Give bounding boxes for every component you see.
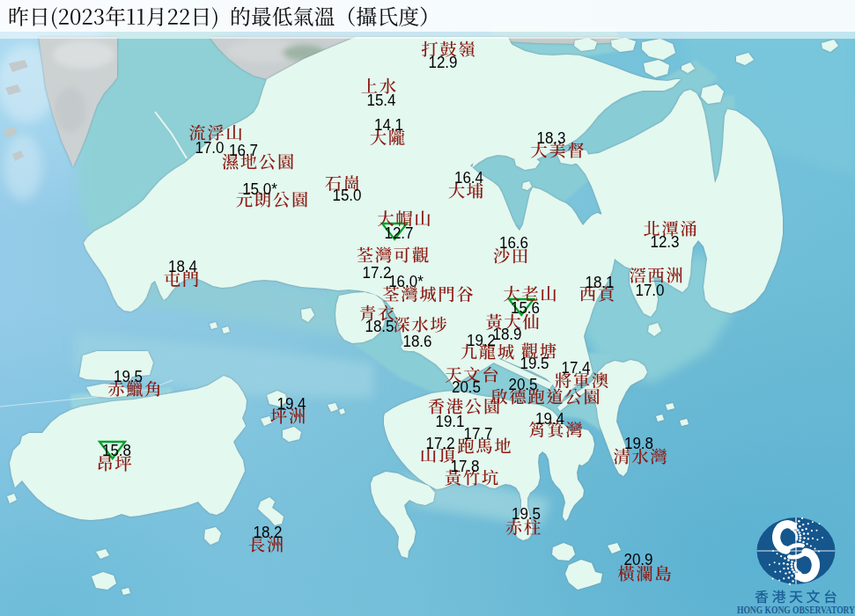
svg-text:12.9: 12.9 <box>428 53 457 71</box>
svg-text:16.4: 16.4 <box>454 168 483 187</box>
svg-text:18.4: 18.4 <box>168 257 197 275</box>
svg-text:15.8: 15.8 <box>102 441 131 459</box>
svg-text:19.5: 19.5 <box>114 367 143 385</box>
svg-text:17.7: 17.7 <box>463 424 492 443</box>
svg-text:15.4: 15.4 <box>366 91 395 109</box>
svg-text:18.3: 18.3 <box>536 128 565 147</box>
svg-text:18.9: 18.9 <box>492 325 521 343</box>
svg-text:17.2: 17.2 <box>425 434 454 452</box>
svg-text:20.5: 20.5 <box>452 378 481 396</box>
svg-text:HONG KONG OBSERVATORY: HONG KONG OBSERVATORY <box>737 604 855 616</box>
svg-text:19.5: 19.5 <box>512 504 541 523</box>
svg-text:16.0*: 16.0* <box>388 272 424 290</box>
svg-text:18.6: 18.6 <box>402 332 431 350</box>
svg-text:19.4: 19.4 <box>535 409 564 428</box>
svg-text:16.6: 16.6 <box>499 233 528 252</box>
svg-text:12.7: 12.7 <box>384 224 413 242</box>
svg-text:18.5: 18.5 <box>365 317 394 335</box>
svg-text:16.7: 16.7 <box>229 141 258 159</box>
svg-text:15.0*: 15.0* <box>242 180 277 198</box>
svg-text:12.3: 12.3 <box>650 232 679 251</box>
svg-text:19.5: 19.5 <box>520 354 549 372</box>
svg-text:14.1: 14.1 <box>374 115 403 134</box>
svg-text:15.0: 15.0 <box>332 186 361 204</box>
svg-text:17.0: 17.0 <box>635 281 664 299</box>
svg-text:19.1: 19.1 <box>435 412 464 430</box>
svg-text:19.4: 19.4 <box>276 394 306 413</box>
svg-text:20.9: 20.9 <box>623 550 652 568</box>
svg-text:19.8: 19.8 <box>624 434 653 452</box>
svg-text:17.2: 17.2 <box>362 263 391 282</box>
svg-text:18.2: 18.2 <box>253 523 282 541</box>
svg-text:15.6: 15.6 <box>511 298 540 317</box>
svg-text:17.8: 17.8 <box>450 457 479 475</box>
svg-text:17.4: 17.4 <box>561 358 590 377</box>
svg-text:20.5: 20.5 <box>508 375 537 393</box>
svg-text:18.1: 18.1 <box>585 273 614 291</box>
svg-text:19.2: 19.2 <box>467 331 496 349</box>
svg-text:17.0: 17.0 <box>195 138 224 157</box>
